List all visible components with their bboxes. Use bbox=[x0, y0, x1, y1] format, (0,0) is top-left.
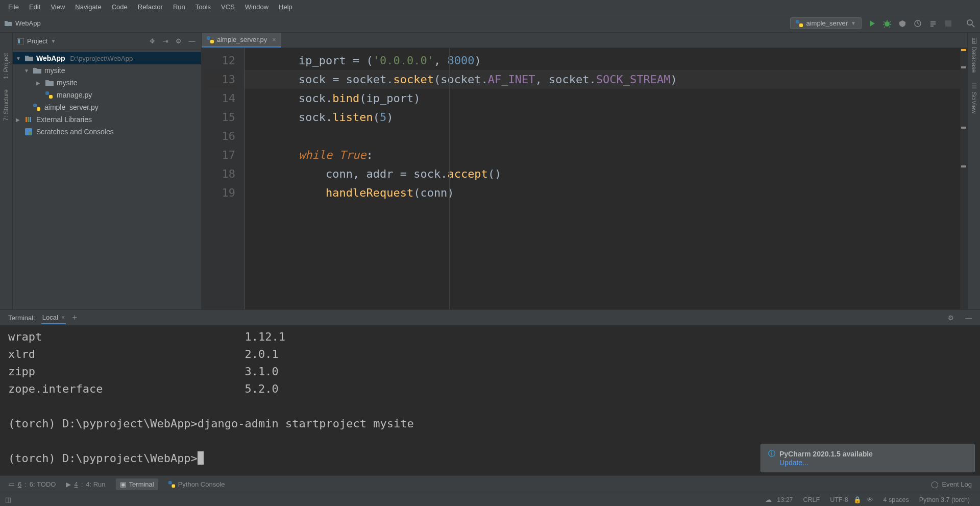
lock-icon[interactable]: 🔒 bbox=[853, 496, 862, 503]
hide-button[interactable]: — bbox=[187, 37, 197, 45]
update-notification[interactable]: ⓘ PyCharm 2020.1.5 available Update... bbox=[761, 444, 975, 472]
tab-terminal-bottom[interactable]: ▣ Terminal bbox=[116, 478, 158, 490]
folder-icon bbox=[45, 80, 55, 86]
menu-vcs[interactable]: VCS bbox=[217, 2, 239, 12]
svg-rect-14 bbox=[37, 107, 40, 111]
editor-tab[interactable]: aimple_server.py × bbox=[202, 33, 281, 47]
code-line[interactable] bbox=[244, 127, 960, 146]
tree-item-label: mysite bbox=[57, 79, 77, 87]
tree-external-libs[interactable]: ▶ External Libraries bbox=[13, 113, 201, 126]
tool-structure[interactable]: 7: Structure bbox=[3, 89, 10, 121]
coverage-button[interactable] bbox=[897, 18, 908, 29]
svg-point-8 bbox=[967, 20, 972, 25]
tool-database[interactable]: 🗄 Database bbox=[970, 38, 977, 73]
tool-sciview[interactable]: ☰ SciView bbox=[970, 83, 977, 113]
inspections-icon[interactable]: 👁 bbox=[867, 496, 873, 503]
tree-item-label: manage.py bbox=[57, 91, 92, 99]
notification-title: PyCharm 2020.1.5 available bbox=[779, 450, 873, 458]
interpreter[interactable]: Python 3.7 (torch) bbox=[919, 496, 970, 503]
gear-icon[interactable]: ⚙ bbox=[948, 314, 954, 322]
tab-todo[interactable]: ≔ 6: 6: TODO bbox=[8, 480, 56, 488]
menu-tools[interactable]: Tools bbox=[191, 2, 215, 12]
menu-edit[interactable]: Edit bbox=[25, 2, 44, 12]
chevron-down-icon[interactable]: ▼ bbox=[51, 38, 56, 44]
svg-rect-23 bbox=[172, 485, 175, 488]
terminal-new-tab[interactable]: + bbox=[72, 313, 77, 322]
python-icon bbox=[207, 36, 214, 43]
svg-rect-6 bbox=[930, 26, 934, 27]
svg-rect-22 bbox=[168, 481, 172, 485]
terminal-line: (torch) D:\pyproject\WebApp>django-admin… bbox=[8, 415, 972, 432]
stop-button[interactable] bbox=[943, 18, 953, 29]
menu-code[interactable]: Code bbox=[108, 2, 132, 12]
code-line[interactable]: while True: bbox=[244, 146, 960, 164]
info-icon: ⓘ bbox=[768, 449, 775, 459]
tree-mysite[interactable]: ▼ mysite bbox=[13, 64, 201, 77]
search-everywhere-button[interactable] bbox=[966, 18, 976, 29]
indent[interactable]: 4 spaces bbox=[884, 496, 909, 503]
menu-view[interactable]: View bbox=[46, 2, 69, 12]
tab-python-console[interactable]: Python Console bbox=[168, 480, 225, 488]
svg-rect-7 bbox=[945, 20, 951, 27]
code-line[interactable]: sock = socket.socket(socket.AF_INET, soc… bbox=[244, 70, 960, 89]
code-line[interactable]: sock.listen(5) bbox=[244, 108, 960, 127]
terminal-line bbox=[8, 398, 972, 415]
debug-button[interactable] bbox=[882, 18, 892, 29]
breadcrumb[interactable]: WebApp bbox=[4, 19, 41, 27]
terminal-tab-local[interactable]: Local × bbox=[41, 311, 66, 324]
locate-button[interactable]: ✥ bbox=[147, 37, 157, 45]
svg-rect-16 bbox=[28, 117, 29, 122]
close-icon[interactable]: × bbox=[61, 314, 65, 321]
svg-rect-0 bbox=[796, 20, 799, 23]
run-button[interactable] bbox=[867, 18, 877, 29]
tree-manage-py[interactable]: manage.py bbox=[13, 89, 201, 101]
tree-item-label: External Libraries bbox=[36, 115, 92, 124]
terminal-line: zipp 3.1.0 bbox=[8, 363, 972, 380]
status-bar: ◫ ☁ 13:27 CRLF UTF-8 🔒 👁 4 spaces Python… bbox=[0, 493, 980, 506]
menu-help[interactable]: Help bbox=[275, 2, 297, 12]
menu-window[interactable]: Window bbox=[241, 2, 273, 12]
run-config-selector[interactable]: aimple_server ▼ bbox=[790, 17, 862, 29]
terminal-line: xlrd 2.0.1 bbox=[8, 346, 972, 363]
svg-point-19 bbox=[29, 132, 32, 135]
svg-rect-10 bbox=[18, 39, 20, 43]
close-icon[interactable]: × bbox=[272, 36, 276, 43]
status-toggle-icon[interactable]: ◫ bbox=[5, 496, 11, 503]
code-line[interactable]: sock.bind(ip_port) bbox=[244, 89, 960, 108]
tree-mysite-inner[interactable]: ▶ mysite bbox=[13, 77, 201, 89]
hide-button[interactable]: — bbox=[965, 314, 972, 322]
tab-run-bottom[interactable]: ▶ 4: 4: Run bbox=[66, 480, 105, 488]
tab-event-log[interactable]: ◯ Event Log bbox=[931, 480, 972, 488]
tree-root[interactable]: ▼ WebApp D:\pyproject\WebApp bbox=[13, 52, 201, 64]
svg-point-2 bbox=[885, 21, 890, 27]
svg-rect-11 bbox=[45, 91, 49, 95]
encoding[interactable]: UTF-8 bbox=[830, 496, 848, 503]
update-link[interactable]: Update... bbox=[779, 459, 967, 467]
collapse-button[interactable]: ⇥ bbox=[160, 37, 170, 45]
navigation-bar: WebApp aimple_server ▼ bbox=[0, 14, 980, 33]
terminal-line: wrapt 1.12.1 bbox=[8, 328, 972, 346]
menu-run[interactable]: Run bbox=[169, 2, 189, 12]
editor-tabs: aimple_server.py × bbox=[202, 33, 967, 48]
svg-rect-20 bbox=[207, 36, 210, 40]
tool-project[interactable]: 1: Project bbox=[3, 53, 10, 79]
code-line[interactable]: handleRequest(conn) bbox=[244, 183, 960, 202]
profile-button[interactable] bbox=[913, 18, 923, 29]
terminal-line: zope.interface 5.2.0 bbox=[8, 380, 972, 398]
attach-button[interactable] bbox=[928, 18, 938, 29]
line-ending[interactable]: CRLF bbox=[803, 496, 820, 503]
folder-icon bbox=[25, 55, 34, 62]
tree-scratches[interactable]: Scratches and Consoles bbox=[13, 126, 201, 138]
code-line[interactable]: conn, addr = sock.accept() bbox=[244, 164, 960, 183]
git-icon[interactable]: ☁ bbox=[765, 496, 772, 503]
python-icon bbox=[33, 104, 42, 111]
gear-icon[interactable]: ⚙ bbox=[174, 37, 184, 45]
menu-file[interactable]: File bbox=[4, 2, 23, 12]
tree-aimple-server[interactable]: aimple_server.py bbox=[13, 101, 201, 113]
menu-refactor[interactable]: Refactor bbox=[134, 2, 167, 12]
caret-position[interactable]: 13:27 bbox=[777, 496, 793, 503]
menu-bar: File Edit View Navigate Code Refactor Ru… bbox=[0, 0, 980, 14]
menu-navigate[interactable]: Navigate bbox=[71, 2, 105, 12]
svg-rect-13 bbox=[33, 104, 37, 107]
code-line[interactable]: ip_port = ('0.0.0.0', 8000) bbox=[244, 51, 960, 70]
